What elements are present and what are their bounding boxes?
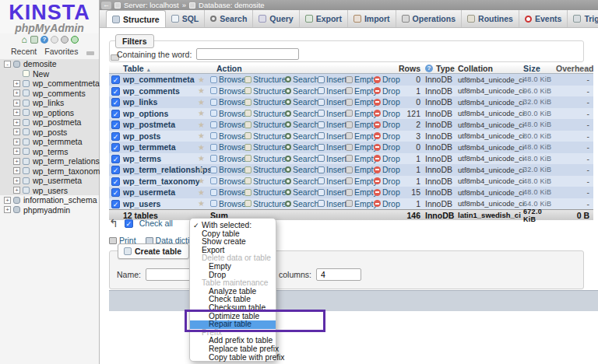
tab-routines[interactable]: Routines [462,10,519,27]
menu-item-replace-table-prefix[interactable]: Replace table prefix [190,345,276,354]
empty-action-link[interactable]: Empty [346,165,374,174]
column-header-table[interactable]: Table▴ [123,64,198,73]
empty-action-link[interactable]: Empty [346,86,374,96]
structure-action-link[interactable]: Structure [244,177,285,186]
drop-action-link[interactable]: Drop [374,97,397,107]
tree-db-demosite[interactable]: -demosite [0,59,99,69]
refresh-navigation-icon[interactable] [71,36,79,44]
browse-action-link[interactable]: Browse [210,75,244,84]
check-all-label[interactable]: Check all [139,219,173,228]
structure-action-link[interactable]: Structure [244,109,285,118]
structure-action-link[interactable]: Structure [244,154,285,163]
docs-help-icon[interactable]: ? [40,36,48,44]
empty-action-link[interactable]: Empty [346,109,374,118]
search-action-link[interactable]: Search [285,109,318,118]
row-checkbox[interactable]: ✓ [111,132,120,141]
tree-table-wp_usermeta[interactable]: +wp_usermeta [0,176,99,186]
structure-action-link[interactable]: Structure [244,131,285,141]
row-checkbox[interactable]: ✓ [111,121,120,129]
sql-window-icon[interactable] [30,36,38,44]
row-checkbox[interactable]: ✓ [111,166,120,174]
browse-action-link[interactable]: Browse [210,199,244,208]
favorite-star-icon[interactable]: ★ [198,98,210,107]
insert-action-link[interactable]: Insert [318,86,346,96]
tab-query[interactable]: Query [253,10,299,27]
drop-action-link[interactable]: Drop [374,165,397,174]
breadcrumb-database[interactable]: Database: demosite [199,1,265,9]
column-header-rows[interactable]: Rows [397,64,420,73]
tree-new-table[interactable]: New [0,69,99,79]
search-action-link[interactable]: Search [285,86,318,96]
drop-action-link[interactable]: Drop [374,199,397,208]
tree-table-wp_terms[interactable]: +wp_terms [0,147,99,157]
table-name-link[interactable]: wp_termmeta [123,142,198,152]
table-name-link[interactable]: wp_usermeta [123,187,198,197]
column-header-size[interactable]: Size [519,64,556,73]
expand-icon[interactable]: + [13,187,20,194]
favorite-star-icon[interactable]: ★ [198,75,210,84]
tree-table-wp_posts[interactable]: +wp_posts [0,128,99,138]
tab-export[interactable]: Export [300,10,348,27]
tab-events[interactable]: Events [519,10,568,27]
insert-action-link[interactable]: Insert [318,97,346,107]
tab-import[interactable]: Import [348,10,396,27]
drop-action-link[interactable]: Drop [374,120,397,129]
empty-action-link[interactable]: Empty [346,75,374,84]
empty-action-link[interactable]: Empty [346,120,374,129]
empty-action-link[interactable]: Empty [346,187,374,197]
expand-icon[interactable]: + [13,158,20,165]
row-checkbox[interactable]: ✓ [111,98,120,107]
insert-action-link[interactable]: Insert [318,177,346,186]
tab-structure[interactable]: Structure [106,10,166,27]
row-checkbox[interactable]: ✓ [111,155,120,163]
favorites-dropdown[interactable]: Favorites [44,47,78,56]
browse-action-link[interactable]: Browse [210,165,244,174]
column-header-collation[interactable]: Collation [456,64,519,73]
row-checkbox[interactable]: ✓ [111,188,120,197]
structure-action-link[interactable]: Structure [244,142,285,152]
table-name-link[interactable]: wp_users [123,199,198,208]
search-action-link[interactable]: Search [285,199,318,208]
table-name-link[interactable]: wp_term_taxonomy [123,177,198,186]
expand-icon[interactable]: + [13,100,20,107]
table-name-link[interactable]: wp_comments [123,86,198,96]
expand-icon[interactable]: + [13,89,20,96]
browse-action-link[interactable]: Browse [210,109,244,118]
empty-action-link[interactable]: Empty [346,97,374,107]
rows-help-icon[interactable]: ? [425,65,433,72]
tab-search[interactable]: Search [205,10,253,27]
expand-icon[interactable]: + [13,148,20,155]
insert-action-link[interactable]: Insert [318,154,346,163]
drop-action-link[interactable]: Drop [374,131,397,141]
structure-action-link[interactable]: Structure [244,120,285,129]
tree-table-wp_postmeta[interactable]: +wp_postmeta [0,117,99,128]
browse-action-link[interactable]: Browse [210,154,244,163]
expand-icon[interactable]: + [13,138,20,145]
expand-icon[interactable]: + [13,167,20,174]
recent-dropdown[interactable]: Recent [11,47,37,56]
favorite-star-icon[interactable]: ★ [198,154,210,163]
expand-icon[interactable]: + [4,197,11,204]
favorite-star-icon[interactable]: ★ [198,177,210,185]
drop-action-link[interactable]: Drop [374,154,397,163]
drop-action-link[interactable]: Drop [374,109,397,118]
favorite-star-icon[interactable]: ★ [198,86,210,95]
favorite-star-icon[interactable]: ★ [198,143,210,152]
settings-gear-icon[interactable] [61,36,69,44]
favorite-star-icon[interactable]: ★ [198,166,210,174]
drop-action-link[interactable]: Drop [374,86,397,96]
insert-action-link[interactable]: Insert [318,199,346,208]
back-arrow-button[interactable]: ← [101,2,111,9]
menu-item-empty[interactable]: Empty [190,263,276,271]
table-name-link[interactable]: wp_links [123,97,198,107]
insert-action-link[interactable]: Insert [318,142,346,152]
collapse-icon[interactable]: - [4,61,11,68]
favorite-star-icon[interactable]: ★ [198,121,210,129]
drop-action-link[interactable]: Drop [374,187,397,197]
empty-action-link[interactable]: Empty [346,154,374,163]
row-checkbox[interactable]: ✓ [111,87,120,96]
search-action-link[interactable]: Search [285,187,318,197]
drop-action-link[interactable]: Drop [374,142,397,152]
insert-action-link[interactable]: Insert [318,120,346,129]
menu-item-copy-table-with-prefix[interactable]: Copy table with prefix [190,354,276,362]
